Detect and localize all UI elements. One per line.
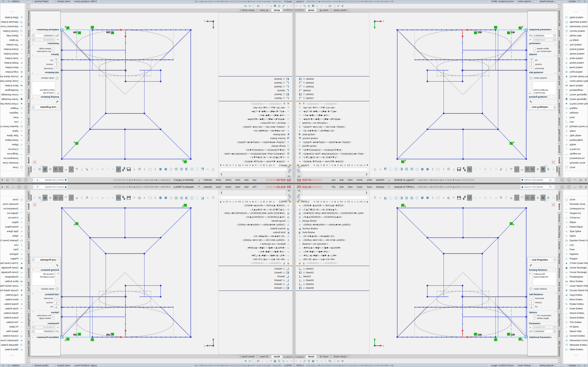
search-dropdown-icon[interactable]: ▾ xyxy=(553,179,555,181)
minimize-button[interactable]: — xyxy=(574,179,576,181)
ribbon-tab-surfaces[interactable]: Surfaces xyxy=(27,143,30,155)
tree-item[interactable]: ▥○2S✚ЗЄ2S○ИΝ◎∘✚ЭСЗЄИЗЄ2S○∘○S2ЗЄИЗЄСЭ✚∘◎Ν… xyxy=(296,211,369,215)
ribbon-tab-mbddimensions[interactable]: MBD Dimensions xyxy=(558,339,561,359)
minimize-button[interactable]: — xyxy=(12,179,14,181)
collapse-chevron-icon[interactable]: ⌃ xyxy=(32,96,34,98)
doc-tab-model[interactable]: Model xyxy=(306,9,317,12)
tool-circular-sketch-pattern[interactable]: ✥Circular Sketch Pattern xyxy=(563,288,588,293)
panel-help-icon[interactable]: ? xyxy=(32,106,35,109)
tree-item[interactable]: ▱○∙◎✚○✱◉Ї○∘○Ї◉✱○✚◎∙○ xyxy=(219,250,292,254)
ribbon-tab-meshmodeling[interactable]: Mesh Modeling xyxy=(558,293,561,311)
ribbon-tab-weldments[interactable]: Weldments xyxy=(27,87,30,101)
tool-scale-entities[interactable]: ↗Scale Entities xyxy=(0,306,25,311)
tree-item[interactable]: ▱○∙◎✚○✱◉Ї○∘○Ї◉✱○✚◎∙○ xyxy=(296,113,369,117)
tool-tangent-arc[interactable]: ⌒Tangent Arc xyxy=(0,211,25,216)
tool-centerpoint-arc[interactable]: ⌔Centerpoint Arc xyxy=(563,156,588,161)
tool-circular-sketch-pattern[interactable]: ✥Circular Sketch Pattern xyxy=(0,74,25,79)
tree-item[interactable]: ≔Material < not specified > xyxy=(296,242,369,246)
collapse-chevron-icon[interactable]: ⌃ xyxy=(32,311,34,314)
ribbon-tab-weldments[interactable]: Weldments xyxy=(27,266,30,280)
tree-item-sketch[interactable]: (-)Sketch4 xyxy=(219,282,292,286)
panel-help-icon[interactable]: ? xyxy=(32,259,35,261)
search-input[interactable]: ⬢ Search CAD Models ▾ xyxy=(33,185,68,189)
tree-item[interactable]: ▱○✚ИΝ◎♟+○✱◉Ї○∘○Ї◉✱○+♟◎ΝИ✚○ xyxy=(296,117,369,121)
search-icon[interactable] xyxy=(548,178,553,182)
help-icon[interactable]: ? xyxy=(17,185,21,189)
tree-item-sketch[interactable]: (-)Sketch4 xyxy=(219,81,292,85)
tool-rotate-entities[interactable]: ↻Rotate Entities xyxy=(0,302,25,306)
ribbon-tab-[interactable]: : xyxy=(558,0,561,4)
ribbon-tab-evaluate[interactable]: Evaluate xyxy=(27,240,30,251)
panel-help-icon[interactable]: ? xyxy=(553,106,556,109)
expand-chevron-icon[interactable]: ⌄ xyxy=(554,28,556,31)
tool-partial-ellipse[interactable]: ◖Partial Ellipse xyxy=(563,225,588,229)
ribbon-tab-surfaces[interactable]: Surfaces xyxy=(27,212,30,224)
menu-insert[interactable]: Insert xyxy=(224,178,233,182)
tool-centerpoint-arc[interactable]: ⌔Centerpoint Arc xyxy=(0,156,25,161)
tool-3-point-center-recta-[interactable]: ◈3 Point Center Recta... xyxy=(563,261,588,266)
tree-item[interactable]: ◍○2S♟◎2SИЗЄ2S○∘○S2ЗЄИS2◎♟S2○ xyxy=(219,148,292,152)
spin-up-icon[interactable]: ▴ xyxy=(554,325,556,327)
relation-button-icon[interactable]: ⚓ xyxy=(529,305,534,309)
tool-3-point-center-recta-[interactable]: ◈3 Point Center Recta... xyxy=(563,101,588,106)
ribbon-tab-sheetmetal[interactable]: Sheet Metal xyxy=(27,251,30,266)
parameter-value[interactable]: 10.88152731 xyxy=(533,325,553,329)
tree-item-sketch[interactable]: Sketch3 xyxy=(296,275,369,278)
parameter-value[interactable]: 10.88152731 xyxy=(35,38,55,42)
menu-window[interactable]: Window xyxy=(374,185,386,189)
menu-tools[interactable]: Tools xyxy=(214,185,223,189)
pin-icon[interactable] xyxy=(388,185,390,188)
help-icon[interactable]: ? xyxy=(17,178,21,182)
restore-button[interactable]: ❐ xyxy=(579,186,582,189)
tree-item[interactable]: ▢Design Binder xyxy=(219,219,292,223)
help-icon[interactable]: ? xyxy=(567,178,571,182)
tree-filter-input[interactable] xyxy=(301,196,368,199)
ribbon-tab-[interactable]: : xyxy=(558,363,561,367)
tool-circle[interactable]: ◯Circle xyxy=(0,165,25,170)
tool-equation-driven-curve[interactable]: ƒxEquation Driven Curve xyxy=(0,238,25,243)
tree-item-sketch[interactable]: (-)Sketch2 xyxy=(296,271,369,275)
motion-toolbar-icon[interactable]: ▦ xyxy=(311,5,315,8)
tool-parallelogram[interactable]: ▱Parallelogram xyxy=(0,88,25,92)
tool-rotate-entities[interactable]: ↻Rotate Entities xyxy=(563,302,588,306)
menu-view[interactable]: View xyxy=(346,185,355,189)
tool-convert-entities[interactable]: ❏Convert Entities xyxy=(563,29,588,33)
tree-item[interactable]: A○2SИΝ◎∘✚A✚◎ИΝA○∘○AΝИ◎✚A✚∘◎ΝИS2○ xyxy=(219,140,292,144)
motion-toolbar-icon[interactable]: ▦ xyxy=(311,359,315,363)
tool-equation-driven-curve[interactable]: ƒxEquation Driven Curve xyxy=(563,238,588,243)
ribbon-tab-directediting[interactable]: Direct Editing xyxy=(27,127,30,143)
tool-silhouette-entities[interactable]: ❐Silhouette Entities xyxy=(0,20,25,24)
tool-silhouette-entities[interactable]: ❐Silhouette Entities xyxy=(563,20,588,24)
tree-filter-input[interactable] xyxy=(220,168,287,171)
doc-tab-3d-views[interactable]: 3D Views xyxy=(257,355,271,358)
close-button[interactable]: ✕ xyxy=(1,186,3,189)
tool-style-spline[interactable]: ∿Style Spline xyxy=(563,229,588,234)
tool-polygon[interactable]: ⬡Polygon xyxy=(0,256,25,261)
motion-toolbar-icon[interactable]: ☰ xyxy=(277,5,281,8)
tool-linear-sketch-pattern[interactable]: ⠛Linear Sketch Pattern xyxy=(563,284,588,288)
motion-toolbar-icon[interactable]: ☰ xyxy=(277,359,281,363)
menu-file[interactable]: File xyxy=(330,178,337,182)
relation-button-icon[interactable]: — xyxy=(529,67,534,71)
tree-item[interactable]: ✦○2SЗЄ✚∘♟◎ΛAΦ○∘○ΦAΛ◎♟∘✚ЗЄS2○ xyxy=(219,159,292,163)
motion-toolbar-icon[interactable]: ☰ xyxy=(307,359,311,363)
tool-rotate-entities[interactable]: ↻Rotate Entities xyxy=(0,61,25,65)
tree-root-item[interactable]: ⬢ TЯPDL2. ⊙ ЗЄ ⊙ Ш ⊙ ○ ⊙ ✚ ⊙ ЭС ⊙ ЗЄ ⊙ ∔… xyxy=(296,163,369,167)
tree-item-sketch[interactable]: (-)Sketch1 xyxy=(296,96,369,100)
ribbon-tab-mbddimensions[interactable]: MBD Dimensions xyxy=(558,8,561,28)
collapse-chevron-icon[interactable]: ⌃ xyxy=(32,269,34,271)
tree-item[interactable]: ⊥○ИΝ∘ЭС∘♟◎○∘○◎♟∘СЭ∘ΝИ○ xyxy=(296,106,369,109)
menu-tools[interactable]: Tools xyxy=(364,185,374,189)
tree-item[interactable]: ▱○∙◎✚○✱◉Ї○∘○Ї◉✱○✚◎∙○ xyxy=(296,250,369,254)
ribbon-tab-[interactable]: : xyxy=(27,0,30,4)
motion-toolbar-icon[interactable]: ⧨ xyxy=(269,359,273,363)
ok-button[interactable]: ✔ xyxy=(30,263,59,267)
tool-corner-rectangle[interactable]: ▭Corner Rectangle xyxy=(563,92,588,97)
tree-pane-splitter-2[interactable] xyxy=(296,76,369,76)
tree-item[interactable]: ▱○✚ИΝ◎♟+○✱◉Ї○∘○Ї◉✱○+♟◎ΝИ✚○ xyxy=(219,117,292,121)
panel-expand-chevron-icon[interactable]: ❯ xyxy=(366,173,367,176)
tree-pane-splitter-2[interactable] xyxy=(219,291,292,291)
doc-tab-motion-study-1[interactable]: Motion Study 1 xyxy=(238,9,257,12)
relations-listbox[interactable]: Collinear108Equal length109 xyxy=(32,82,55,95)
tool-fit-spline[interactable]: ⌣Fit Spline xyxy=(563,38,588,42)
